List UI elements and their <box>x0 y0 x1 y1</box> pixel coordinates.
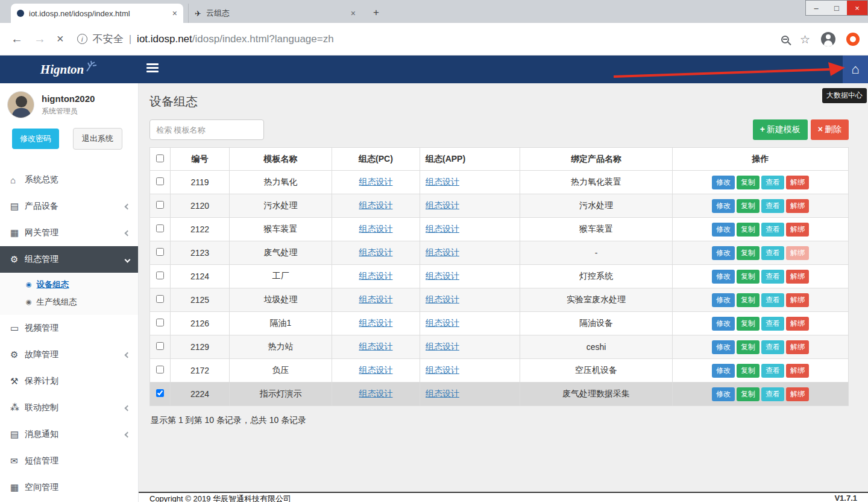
row-checkbox[interactable] <box>156 366 164 373</box>
sidebar-item-组态管理[interactable]: ⚙ 组态管理 <box>0 246 138 273</box>
sidebar-item-空间管理[interactable]: ▦ 空间管理 <box>0 474 138 501</box>
app-design-link[interactable]: 组态设计 <box>426 247 459 257</box>
browser-tab-active[interactable]: iot.idosp.net/idosp/index.html × <box>11 4 183 23</box>
row-action-view-button[interactable]: 查看 <box>761 270 784 284</box>
row-action-copy-button[interactable]: 复制 <box>737 387 760 401</box>
pc-design-link[interactable]: 组态设计 <box>359 318 393 328</box>
tab-close-icon[interactable]: × <box>172 8 177 18</box>
info-icon[interactable]: i <box>77 34 87 44</box>
row-action-copy-button[interactable]: 复制 <box>737 223 760 237</box>
app-design-link[interactable]: 组态设计 <box>426 271 459 281</box>
new-tab-button[interactable]: + <box>369 5 383 20</box>
sidebar-item-消息通知[interactable]: ▤ 消息通知 <box>0 421 138 448</box>
sidebar-item-视频管理[interactable]: ▭ 视频管理 <box>0 315 138 342</box>
row-action-view-button[interactable]: 查看 <box>761 387 784 401</box>
row-checkbox[interactable] <box>156 177 164 185</box>
select-all-checkbox[interactable] <box>156 154 164 162</box>
row-action-copy-button[interactable]: 复制 <box>737 199 760 213</box>
sidebar-item-系统总览[interactable]: ⌂ 系统总览 <box>0 167 138 193</box>
close-button[interactable]: × <box>847 1 867 15</box>
pc-design-link[interactable]: 组态设计 <box>359 365 393 375</box>
app-design-link[interactable]: 组态设计 <box>426 294 459 304</box>
row-action-unbind-button[interactable]: 解绑 <box>786 340 809 354</box>
app-design-link[interactable]: 组态设计 <box>426 342 459 351</box>
sidebar-item-联动控制[interactable]: ⁂ 联动控制 <box>0 395 138 421</box>
sidebar-item-网关管理[interactable]: ▦ 网关管理 <box>0 220 138 246</box>
pc-design-link[interactable]: 组态设计 <box>359 224 393 234</box>
app-design-link[interactable]: 组态设计 <box>426 224 459 234</box>
row-action-view-button[interactable]: 查看 <box>761 293 784 307</box>
tab-close-icon[interactable]: × <box>351 8 356 18</box>
maximize-button[interactable]: □ <box>826 1 847 15</box>
sidebar-item-保养计划[interactable]: ⚒ 保养计划 <box>0 368 138 395</box>
row-action-view-button[interactable]: 查看 <box>761 364 784 378</box>
row-action-edit-button[interactable]: 修改 <box>712 387 735 401</box>
row-action-edit-button[interactable]: 修改 <box>712 293 735 307</box>
row-action-edit-button[interactable]: 修改 <box>712 223 735 237</box>
sidebar-item-故障管理[interactable]: ⚙ 故障管理 <box>0 342 138 368</box>
forward-icon[interactable]: → <box>34 32 46 46</box>
new-template-button[interactable]: +新建模板 <box>753 119 808 140</box>
row-action-copy-button[interactable]: 复制 <box>737 246 760 260</box>
app-design-link[interactable]: 组态设计 <box>426 177 459 186</box>
row-action-copy-button[interactable]: 复制 <box>737 317 760 331</box>
app-design-link[interactable]: 组态设计 <box>426 200 459 210</box>
row-action-view-button[interactable]: 查看 <box>761 199 784 213</box>
row-action-unbind-button[interactable]: 解绑 <box>786 270 809 284</box>
row-checkbox[interactable] <box>156 224 164 232</box>
row-action-copy-button[interactable]: 复制 <box>737 340 760 354</box>
pc-design-link[interactable]: 组态设计 <box>359 389 393 398</box>
row-action-edit-button[interactable]: 修改 <box>712 246 735 260</box>
pc-design-link[interactable]: 组态设计 <box>359 200 393 210</box>
row-action-edit-button[interactable]: 修改 <box>712 364 735 378</box>
row-checkbox[interactable] <box>156 389 164 397</box>
row-action-view-button[interactable]: 查看 <box>761 340 784 354</box>
row-action-unbind-button[interactable]: 解绑 <box>786 364 809 378</box>
row-action-unbind-button[interactable]: 解绑 <box>786 293 809 307</box>
row-action-unbind-button[interactable]: 解绑 <box>786 199 809 213</box>
bookmark-star-icon[interactable]: ☆ <box>800 33 810 46</box>
row-action-edit-button[interactable]: 修改 <box>712 176 735 189</box>
sidebar-item-产品设备[interactable]: ▤ 产品设备 <box>0 193 138 220</box>
row-checkbox[interactable] <box>156 201 164 209</box>
bigdata-home-button[interactable]: ⌂ <box>843 56 868 83</box>
row-checkbox[interactable] <box>156 295 164 303</box>
app-design-link[interactable]: 组态设计 <box>426 318 459 328</box>
sidebar-subitem-生产线组态[interactable]: ◉ 生产线组态 <box>0 293 138 311</box>
app-design-link[interactable]: 组态设计 <box>426 365 459 375</box>
app-design-link[interactable]: 组态设计 <box>426 389 459 398</box>
delete-button[interactable]: ×删除 <box>811 119 849 140</box>
row-action-view-button[interactable]: 查看 <box>761 223 784 237</box>
row-action-copy-button[interactable]: 复制 <box>737 176 760 189</box>
row-action-copy-button[interactable]: 复制 <box>737 293 760 307</box>
pc-design-link[interactable]: 组态设计 <box>359 177 393 186</box>
pc-design-link[interactable]: 组态设计 <box>359 247 393 257</box>
row-action-view-button[interactable]: 查看 <box>761 246 784 260</box>
row-action-edit-button[interactable]: 修改 <box>712 340 735 354</box>
sidebar-item-短信管理[interactable]: ✉ 短信管理 <box>0 448 138 474</box>
row-action-edit-button[interactable]: 修改 <box>712 199 735 213</box>
logout-button[interactable]: 退出系统 <box>73 128 122 150</box>
row-checkbox[interactable] <box>156 342 164 350</box>
pc-design-link[interactable]: 组态设计 <box>359 342 393 351</box>
change-password-button[interactable]: 修改密码 <box>12 129 59 149</box>
row-action-view-button[interactable]: 查看 <box>761 317 784 331</box>
row-action-edit-button[interactable]: 修改 <box>712 317 735 331</box>
minimize-button[interactable]: – <box>806 1 826 15</box>
hamburger-menu-icon[interactable] <box>146 63 159 74</box>
extension-icon[interactable] <box>846 33 860 46</box>
row-checkbox[interactable] <box>156 272 164 279</box>
row-checkbox[interactable] <box>156 319 164 326</box>
address-bar[interactable]: i 不安全 | iot.idosp.net /idosp/index.html?… <box>77 32 334 46</box>
row-action-unbind-button[interactable]: 解绑 <box>786 223 809 237</box>
search-input[interactable] <box>149 119 264 140</box>
row-action-view-button[interactable]: 查看 <box>761 176 784 189</box>
row-action-unbind-button[interactable]: 解绑 <box>786 317 809 331</box>
row-action-edit-button[interactable]: 修改 <box>712 270 735 284</box>
row-action-unbind-button[interactable]: 解绑 <box>786 176 809 189</box>
pc-design-link[interactable]: 组态设计 <box>359 294 393 304</box>
row-action-copy-button[interactable]: 复制 <box>737 364 760 378</box>
sidebar-subitem-设备组态[interactable]: ◉ 设备组态 <box>0 276 138 293</box>
profile-icon[interactable] <box>821 32 835 46</box>
row-action-unbind-button[interactable]: 解绑 <box>786 246 809 260</box>
